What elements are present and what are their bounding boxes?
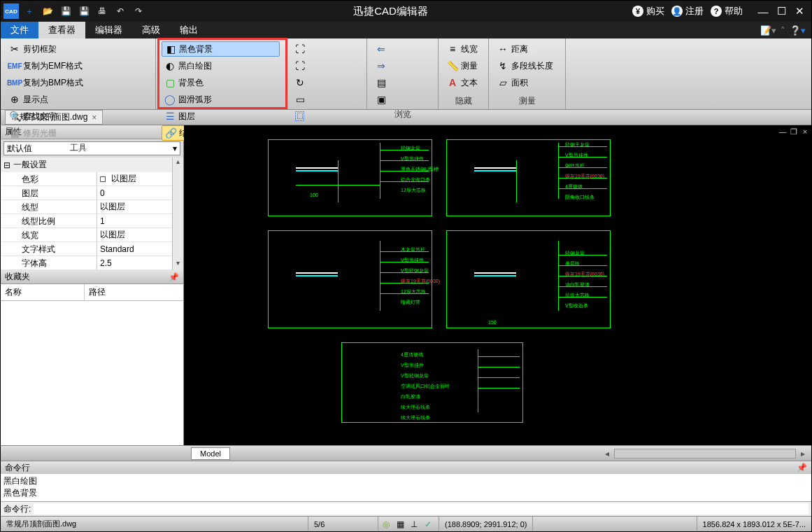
prop-row[interactable]: 字体高2.5 (1, 256, 172, 270)
search-icon: 🔍 (9, 111, 20, 122)
bw-draw-button[interactable]: ◐黑白绘图 (162, 58, 280, 74)
text-button[interactable]: A文本 (444, 75, 483, 90)
expand-icon: ⛶ (294, 43, 306, 55)
status-page: 5/6 (308, 517, 378, 531)
arc-icon: ◯ (164, 94, 176, 105)
minimize-button[interactable]: — (757, 5, 769, 18)
close-button[interactable]: ✕ (793, 5, 806, 18)
window-title: 迅捷CAD编辑器 (149, 5, 632, 18)
polyline-len-button[interactable]: ↯多段线长度 (494, 58, 560, 74)
command-line: 命令行: (1, 502, 811, 516)
saveall-icon[interactable]: 💾 (76, 4, 92, 19)
favorites-list[interactable]: 名称 路径 (1, 284, 183, 445)
group-label-measure: 测量 (494, 94, 560, 109)
status-file: 常规吊顶剖面图.dwg (1, 517, 308, 531)
grid-icon[interactable]: ▦ (397, 519, 406, 529)
buy-button[interactable]: ¥购买 (632, 5, 664, 18)
save-icon[interactable]: 💾 (58, 4, 73, 19)
pin-icon[interactable]: 📌 (169, 272, 179, 282)
linewidth-icon: ≡ (447, 43, 458, 55)
status-bar: 常规吊顶剖面图.dwg 5/6 ◎ ▦ ⊥ ✓ (188.8909; 2991.… (1, 516, 811, 531)
prop-row[interactable]: 线型以图层 (1, 200, 172, 214)
prop-row[interactable]: 文字样式Standard (1, 242, 172, 256)
nav-right-button[interactable]: ⇒ (373, 58, 432, 74)
command-prompt: 命令行: (3, 503, 31, 515)
undo-icon[interactable]: ↶ (113, 4, 128, 19)
pos-btn-4[interactable]: ▭ (292, 92, 361, 107)
show-point-button[interactable]: ⊕显示点 (6, 92, 150, 107)
command-input[interactable] (34, 503, 809, 514)
nav-left-button[interactable]: ⇐ (373, 41, 432, 57)
structure-icon: 🔗 (165, 127, 176, 139)
distance-icon: ↔ (497, 43, 508, 55)
ribbon-minimize-icon[interactable]: ˄ (781, 25, 785, 36)
tab-advanced[interactable]: 高级 (132, 22, 170, 38)
clip-frame-button[interactable]: ✂剪切框架 (6, 41, 150, 57)
canvas-restore-icon[interactable]: ❐ (789, 127, 799, 136)
bw-icon: ◐ (164, 60, 176, 71)
smooth-arc-button[interactable]: ◯圆滑弧形 (162, 92, 280, 107)
pin-icon[interactable]: 📌 (797, 463, 807, 472)
group-label-tools: 工具 (6, 141, 150, 156)
distance-button[interactable]: ↔距离 (494, 41, 560, 57)
register-button[interactable]: 👤注册 (671, 5, 704, 18)
prop-row[interactable]: 图层0 (1, 186, 172, 200)
status-coords: (188.8909; 2991.912; 0) (439, 517, 533, 531)
drawing-canvas[interactable]: 轻钢龙骨 V型吊挂件 黑色不锈钢U型槽 铝合金收口条 12厚大芯板 轻钢主龙骨 … (184, 125, 811, 445)
pos-btn-2[interactable]: ⛶ (292, 58, 361, 74)
properties-table: ⊟ 一般设置 色彩以图层 图层0 线型以图层 线型比例1 线宽以图层 文字样式S… (1, 158, 172, 270)
pos-btn-5[interactable]: ⿴ (292, 108, 361, 124)
color-swatch (100, 176, 106, 182)
model-tabs: Model ◂ ▸ (1, 445, 811, 461)
pos-btn-3[interactable]: ↻ (292, 75, 361, 90)
grid-icon: ▦ (9, 127, 20, 139)
canvas-close-icon[interactable]: × (800, 127, 810, 136)
prop-row[interactable]: 色彩以图层 (1, 172, 172, 186)
nav-close-button[interactable]: ▣ (373, 92, 432, 107)
osnap-icon[interactable]: ✓ (425, 519, 434, 529)
maximize-button[interactable]: ☐ (775, 5, 788, 18)
sidebar: 属性📌 默认值▾ ⊟ 一般设置 色彩以图层 图层0 线型以图层 线型比例1 线宽… (1, 125, 184, 445)
command-log: 黑白绘图 黑色背景 (1, 474, 811, 502)
target-icon: ⊕ (9, 94, 20, 105)
tab-editor[interactable]: 编辑器 (85, 22, 132, 38)
bmp-icon: BMP (9, 77, 20, 88)
properties-scrollbar[interactable]: ▴▾ (172, 158, 183, 270)
favorites-col-path: 路径 (85, 284, 110, 300)
ribbon: ✂剪切框架 EMF复制为EMF格式 BMP复制为BMP格式 ⊕显示点 🔍查找文字… (1, 38, 811, 110)
pos-btn-1[interactable]: ⛶ (292, 41, 361, 57)
copy-bmp-button[interactable]: BMP复制为BMP格式 (6, 75, 150, 90)
help-button[interactable]: ?帮助 (711, 5, 743, 18)
copy-emf-button[interactable]: EMF复制为EMF格式 (6, 58, 150, 74)
find-text-button[interactable]: 🔍查找文字 (6, 108, 150, 124)
property-category[interactable]: ⊟ 一般设置 (1, 158, 172, 172)
prop-row[interactable]: 线宽以图层 (1, 228, 172, 242)
hscroll-right-icon[interactable]: ▸ (797, 449, 809, 458)
ribbon-help-icon[interactable]: ❔▾ (790, 25, 806, 36)
select-icon: ▭ (294, 94, 306, 105)
polyline-icon: ↯ (497, 60, 508, 71)
redo-icon[interactable]: ↷ (131, 4, 146, 19)
nav-docs-button[interactable]: ▤ (373, 75, 432, 90)
new-icon[interactable]: ＋ (22, 4, 37, 19)
measure-button[interactable]: 📏测量 (444, 58, 483, 74)
print-icon[interactable]: 🖶 (94, 4, 110, 19)
tab-output[interactable]: 输出 (170, 22, 208, 38)
prop-row[interactable]: 线型比例1 (1, 214, 172, 228)
linewidth-button[interactable]: ≡线宽 (444, 41, 483, 57)
canvas-minimize-icon[interactable]: — (778, 127, 788, 136)
area-button[interactable]: ▱面积 (494, 75, 560, 90)
open-icon[interactable]: 📂 (40, 4, 55, 19)
black-bg-button[interactable]: ◧黑色背景 (162, 41, 280, 57)
hscroll-left-icon[interactable]: ◂ (601, 449, 613, 458)
snap-icon[interactable]: ◎ (383, 519, 392, 529)
layers-button[interactable]: ☰图层 (162, 108, 280, 124)
hscrollbar[interactable] (614, 449, 796, 458)
tab-file[interactable]: 文件 (1, 22, 38, 38)
tab-viewer[interactable]: 查看器 (38, 22, 85, 38)
canvas-container: — ❐ × 轻钢龙骨 (184, 125, 811, 445)
bg-color-button[interactable]: ▢背景色 (162, 75, 280, 90)
ortho-icon[interactable]: ⊥ (411, 519, 420, 529)
model-tab[interactable]: Model (191, 447, 230, 460)
ribbon-style-icon[interactable]: 📝▾ (760, 25, 776, 36)
